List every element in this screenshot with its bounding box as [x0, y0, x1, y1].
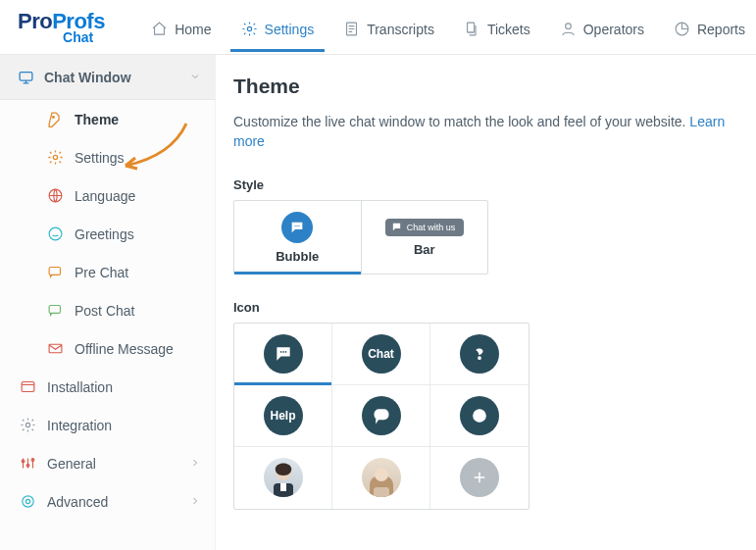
subnav-greetings[interactable]: Greetings — [0, 215, 215, 253]
speech-outline-icon — [362, 396, 401, 435]
document-icon — [343, 21, 360, 37]
avatar-female-icon — [362, 458, 401, 497]
svg-point-20 — [295, 225, 296, 225]
brand-logo: ProProfs Chat — [0, 11, 121, 44]
page-description: Customize the live chat window to match … — [233, 112, 738, 152]
user-icon — [560, 21, 577, 37]
subnav-label: Post Chat — [75, 303, 134, 319]
style-options: Bubble Chat with us Bar — [233, 200, 488, 275]
svg-point-35 — [375, 468, 388, 481]
section-general[interactable]: General — [0, 444, 215, 482]
svg-point-14 — [25, 423, 29, 426]
section-integration[interactable]: Integration — [0, 406, 215, 444]
svg-rect-5 — [20, 73, 32, 81]
icon-grid: Chat Help — [233, 323, 529, 510]
accordion-chat-window[interactable]: Chat Window — [0, 55, 215, 100]
section-advanced[interactable]: Advanced — [0, 482, 215, 521]
svg-point-29 — [380, 414, 381, 415]
style-option-bar[interactable]: Chat with us Bar — [361, 201, 488, 274]
nav-label: Settings — [265, 22, 315, 37]
svg-rect-2 — [467, 23, 474, 32]
logo-pro: Pro — [18, 9, 52, 33]
nav-home[interactable]: Home — [140, 3, 222, 51]
nav-settings[interactable]: Settings — [230, 3, 326, 51]
style-label: Bubble — [276, 249, 319, 264]
palette-icon — [47, 111, 64, 127]
icon-option-avatar-male[interactable] — [234, 447, 332, 509]
page-title: Theme — [233, 75, 738, 98]
question-icon — [460, 334, 499, 374]
svg-point-9 — [49, 227, 62, 240]
icon-option-avatar-female[interactable] — [332, 447, 430, 509]
subnav-offline[interactable]: Offline Message — [0, 329, 215, 368]
icon-option-question[interactable] — [430, 324, 529, 385]
icon-option-help-text[interactable]: Help — [234, 385, 332, 447]
plus-icon — [460, 458, 499, 497]
style-option-bubble[interactable]: Bubble — [234, 201, 361, 274]
mail-icon — [47, 340, 64, 357]
speech-bubble-icon — [264, 334, 303, 374]
svg-point-24 — [282, 351, 284, 353]
nav-label: Home — [175, 22, 211, 37]
style-label: Bar — [414, 242, 435, 257]
svg-point-19 — [25, 499, 29, 503]
svg-point-18 — [23, 496, 33, 507]
subnav-language[interactable]: Language — [0, 176, 215, 215]
logo-chat: Chat — [63, 30, 93, 44]
chevron-right-icon — [189, 456, 201, 472]
svg-rect-36 — [374, 487, 389, 497]
smile-icon — [47, 225, 64, 242]
nav-transcripts[interactable]: Transcripts — [332, 3, 445, 51]
svg-point-21 — [297, 225, 298, 225]
subnav-prechat[interactable]: Pre Chat — [0, 253, 215, 291]
bar-preview-icon: Chat with us — [385, 219, 464, 236]
ticket-icon — [464, 21, 480, 37]
svg-rect-10 — [49, 268, 60, 275]
chat-icon — [47, 264, 64, 280]
gear-outline-icon — [20, 493, 36, 510]
subnav-postchat[interactable]: Post Chat — [0, 291, 215, 329]
subnav-label: Theme — [75, 112, 119, 127]
icon-option-add[interactable] — [430, 447, 529, 509]
section-label: Advanced — [47, 494, 108, 510]
svg-rect-12 — [49, 344, 62, 353]
nav-operators[interactable]: Operators — [549, 3, 655, 51]
nav-label: Transcripts — [367, 22, 434, 37]
svg-point-7 — [53, 155, 57, 159]
sliders-icon — [20, 455, 36, 472]
icon-option-chat-text[interactable]: Chat — [332, 324, 430, 385]
accordion-label: Chat Window — [44, 70, 131, 85]
chat-window-icon — [18, 69, 34, 85]
nav-label: Tickets — [487, 22, 530, 37]
subnav-label: Offline Message — [75, 341, 174, 357]
chevron-down-icon — [189, 70, 201, 85]
subnav-settings[interactable]: Settings — [0, 138, 215, 176]
svg-rect-34 — [280, 483, 286, 491]
icon-section-label: Icon — [233, 300, 738, 315]
subnav-theme[interactable]: Theme — [0, 100, 215, 138]
svg-point-30 — [382, 414, 383, 415]
nav-tickets[interactable]: Tickets — [453, 3, 541, 51]
help-text-icon: Help — [264, 396, 303, 435]
nav-reports[interactable]: Reports — [663, 3, 756, 51]
sidebar: Chat Window Theme Settings Language Gree… — [0, 55, 216, 550]
subnav-label: Language — [75, 188, 135, 204]
svg-rect-13 — [22, 382, 34, 392]
gear-icon — [20, 417, 36, 433]
section-installation[interactable]: Installation — [0, 368, 215, 406]
icon-option-speech[interactable] — [234, 324, 332, 385]
window-icon — [20, 378, 36, 395]
svg-point-6 — [53, 117, 55, 119]
icon-option-ring[interactable] — [430, 385, 529, 447]
svg-point-23 — [279, 351, 281, 353]
active-underline — [230, 49, 326, 52]
subnav-label: Greetings — [75, 226, 134, 242]
icon-option-speech-outline[interactable] — [332, 385, 430, 447]
section-label: Installation — [47, 379, 113, 395]
avatar-male-icon — [264, 458, 303, 497]
section-label: General — [47, 456, 96, 472]
ring-icon — [460, 396, 499, 435]
top-nav: ProProfs Chat Home Settings Transcripts … — [0, 0, 756, 55]
svg-point-0 — [247, 26, 251, 30]
content-area: Theme Customize the live chat window to … — [216, 55, 756, 550]
